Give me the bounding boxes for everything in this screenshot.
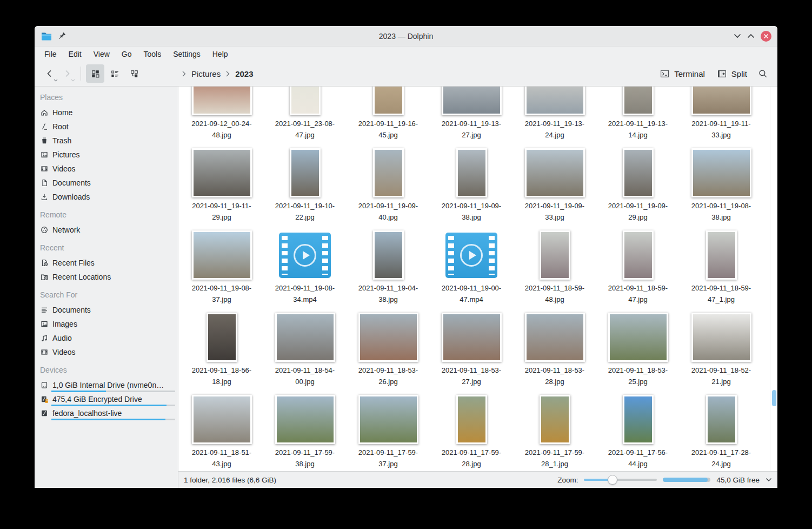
file-name: 2021-09-11_18-52-21.jpg [691, 365, 751, 387]
photo-thumbnail [456, 395, 487, 444]
sidebar-item-recent-locations[interactable]: Recent Locations [35, 270, 178, 284]
tree-view-button[interactable] [125, 64, 143, 83]
sidebar-item-label: Root [52, 122, 69, 131]
sidebar-item-downloads[interactable]: Downloads [35, 190, 178, 204]
file-item[interactable]: 2021-09-11_19-09-33.jpg [513, 145, 596, 227]
zoom-slider-handle[interactable] [608, 475, 617, 485]
icons-view-button[interactable] [86, 64, 104, 83]
file-item[interactable]: 2021-09-11_18-53-27.jpg [430, 309, 513, 392]
scrollbar-thumb[interactable] [772, 390, 776, 406]
file-item[interactable]: 2021-09-11_19-09-40.jpg [347, 145, 430, 227]
sidebar-item-fedora-localhost-live[interactable]: fedora_localhost-live [35, 406, 178, 420]
sidebar-item-network[interactable]: Network [35, 223, 178, 237]
sidebar-item-pictures[interactable]: Pictures [35, 148, 178, 162]
file-item[interactable]: 2021-09-11_17-59-28.jpg [430, 392, 513, 471]
file-item[interactable]: 2021-09-11_18-59-47_1.jpg [680, 227, 763, 309]
sidebar-item-videos[interactable]: Videos [35, 345, 178, 359]
menu-item-tools[interactable]: Tools [137, 48, 167, 60]
sidebar-item-recent-files[interactable]: Recent Files [35, 256, 178, 270]
file-item[interactable]: 2021-09-11_18-53-26.jpg [347, 309, 430, 392]
file-item[interactable]: 2021-09-11_19-09-38.jpg [430, 145, 513, 227]
back-history-chevron-icon[interactable] [54, 79, 58, 82]
sidebar-item-1-0-gib-internal-drive-nvme0n[interactable]: 1,0 GiB Internal Drive (nvme0n… [35, 378, 178, 392]
titlebar[interactable]: 2023 — Dolphin [35, 26, 777, 47]
file-name: 2021-09-11_19-08-38.jpg [691, 200, 751, 223]
file-item[interactable]: 2021-09-11_17-59-38.jpg [263, 392, 347, 471]
file-item[interactable]: 2021-09-11_18-59-48.jpg [513, 227, 596, 309]
sidebar-item-documents[interactable]: Documents [35, 176, 178, 190]
photo-thumbnail [358, 313, 418, 362]
sidebar-item-root[interactable]: Root [35, 120, 178, 134]
file-name: 2021-09-11_17-59-28.jpg [442, 447, 501, 470]
disk-usage-bar [663, 478, 710, 482]
forward-button[interactable] [58, 64, 76, 83]
video-thumbnail [279, 233, 331, 278]
file-item[interactable]: 2021-09-11_19-04-38.jpg [347, 227, 430, 309]
search-icon [758, 69, 768, 79]
file-item[interactable]: 2021-09-11_19-08-37.jpg [180, 227, 263, 309]
back-button[interactable] [41, 64, 58, 83]
file-item[interactable]: 2021-09-11_17-28-24.jpg [680, 392, 763, 471]
file-item[interactable]: 2021-09-11_19-16-45.jpg [347, 87, 430, 145]
file-item[interactable]: 2021-09-11_19-08-38.jpg [680, 145, 763, 227]
forward-history-chevron-icon[interactable] [71, 79, 75, 82]
terminal-button[interactable]: Terminal [656, 66, 709, 82]
file-name: 2021-09-11_19-13-14.jpg [608, 118, 668, 141]
file-item[interactable]: 2021-09-11_19-09-29.jpg [596, 145, 680, 227]
file-item[interactable]: 2021-09-11_19-00-47.mp4 [430, 227, 513, 309]
sidebar-item-475-4-gib-encrypted-drive[interactable]: 475,4 GiB Encrypted Drive [35, 392, 178, 406]
maximize-button[interactable] [747, 34, 755, 38]
file-item[interactable]: 2021-09-11_17-59-28_1.jpg [513, 392, 596, 471]
breadcrumb-root-chevron-icon[interactable] [182, 71, 186, 77]
photo-thumbnail [192, 395, 252, 444]
menu-item-settings[interactable]: Settings [167, 48, 207, 60]
split-button[interactable]: Split [713, 66, 751, 82]
dolphin-app-icon[interactable] [41, 30, 52, 42]
file-item[interactable]: 2021-09-11_19-13-24.jpg [513, 87, 596, 145]
photo-thumbnail [525, 148, 585, 197]
file-item[interactable]: 2021-09-12_00-24-48.jpg [180, 87, 263, 145]
breadcrumb-item-pictures[interactable]: Pictures [190, 68, 222, 80]
sidebar-item-images[interactable]: Images [35, 317, 178, 331]
sidebar-item-trash[interactable]: Trash [35, 134, 178, 148]
sidebar-item-label: Images [52, 320, 77, 328]
file-item[interactable]: 2021-09-11_19-10-22.jpg [263, 145, 347, 227]
file-item[interactable]: 2021-09-11_17-59-37.jpg [347, 392, 430, 471]
menu-item-go[interactable]: Go [116, 48, 138, 60]
sidebar-item-audio[interactable]: Audio [35, 331, 178, 345]
file-item[interactable]: 2021-09-11_19-08-34.mp4 [263, 227, 347, 309]
file-item[interactable]: 2021-09-11_18-56-18.jpg [180, 309, 263, 392]
menu-item-view[interactable]: View [88, 48, 116, 60]
menu-item-edit[interactable]: Edit [63, 48, 88, 60]
close-button[interactable] [761, 31, 771, 42]
search-button[interactable] [755, 66, 771, 82]
details-view-button[interactable] [105, 64, 124, 83]
file-item[interactable]: 2021-09-11_18-53-28.jpg [513, 309, 596, 392]
sidebar-item-videos[interactable]: Videos [35, 162, 178, 176]
file-item[interactable]: 2021-09-11_19-11-29.jpg [180, 145, 263, 227]
zoom-slider[interactable] [584, 475, 657, 485]
file-item[interactable]: 2021-09-11_19-13-27.jpg [430, 87, 513, 145]
vertical-scrollbar[interactable] [770, 87, 777, 471]
status-summary: 1 folder, 2.016 files (6,6 GiB) [184, 476, 276, 484]
menu-item-file[interactable]: File [38, 48, 63, 60]
drive-icon [40, 381, 49, 389]
sidebar-item-home[interactable]: Home [35, 105, 178, 120]
file-item[interactable]: 2021-09-11_19-13-14.jpg [596, 87, 680, 145]
file-item[interactable]: 2021-09-11_23-08-47.jpg [263, 87, 347, 145]
music-icon [40, 334, 49, 342]
photo-thumbnail [691, 87, 751, 115]
breadcrumb-item-2023[interactable]: 2023 [234, 68, 254, 80]
file-item[interactable]: 2021-09-11_18-52-21.jpg [680, 309, 763, 392]
minimize-button[interactable] [734, 34, 741, 38]
menu-item-help[interactable]: Help [207, 48, 234, 60]
file-item[interactable]: 2021-09-11_18-53-25.jpg [596, 309, 680, 392]
file-item[interactable]: 2021-09-11_19-11-33.jpg [680, 87, 763, 145]
pin-icon[interactable] [57, 32, 66, 41]
sidebar-item-documents[interactable]: Documents [35, 303, 178, 317]
statusbar-options-chevron-icon[interactable] [766, 478, 772, 482]
file-item[interactable]: 2021-09-11_18-54-00.jpg [263, 309, 347, 392]
file-item[interactable]: 2021-09-11_18-59-47.jpg [596, 227, 680, 309]
file-item[interactable]: 2021-09-11_17-56-44.jpg [596, 392, 680, 471]
file-item[interactable]: 2021-09-11_18-51-43.jpg [180, 392, 263, 471]
